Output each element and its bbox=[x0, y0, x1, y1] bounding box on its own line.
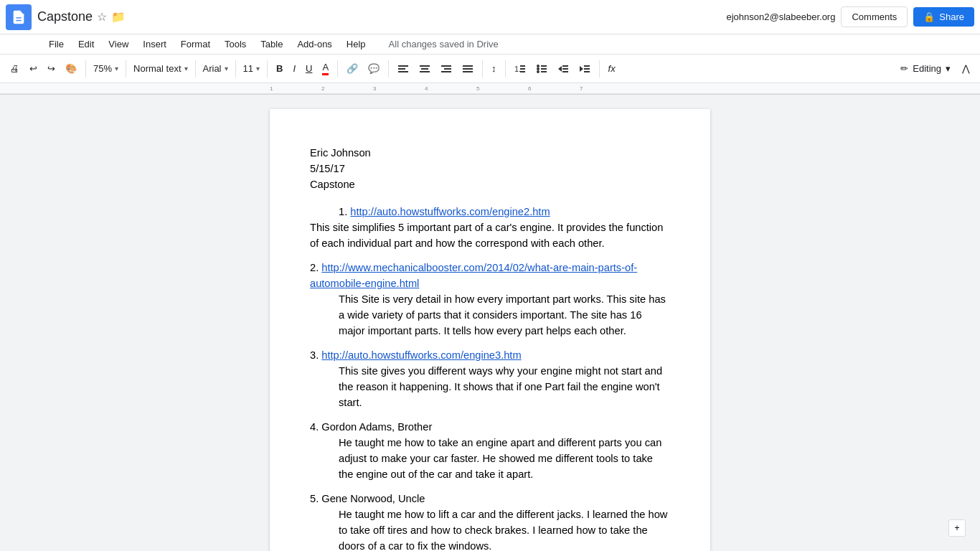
svg-rect-16 bbox=[520, 68, 525, 70]
insert-comment-button[interactable]: 💬 bbox=[364, 58, 384, 80]
source-2-desc: This Site is very detail in how every im… bbox=[310, 291, 670, 339]
source-5-desc: He taught me how to lift a car and the d… bbox=[310, 507, 670, 551]
menu-table[interactable]: Table bbox=[255, 37, 288, 51]
document-area: Eric Johnson 5/15/17 Capstone 1. http://… bbox=[0, 95, 980, 551]
style-chevron: ▾ bbox=[184, 65, 188, 72]
svg-point-19 bbox=[537, 67, 540, 70]
italic-button[interactable]: I bbox=[288, 58, 300, 80]
user-email: ejohnson2@slabeeber.org bbox=[726, 11, 835, 22]
redo-button[interactable]: ↪ bbox=[43, 58, 60, 80]
source-2-link[interactable]: http://www.mechanicalbooster.com/2014/02… bbox=[310, 262, 637, 289]
toolbar-divider-10 bbox=[599, 60, 600, 77]
zoom-select[interactable]: 75% ▾ bbox=[90, 58, 121, 80]
side-expand-button[interactable]: + bbox=[948, 519, 966, 537]
bold-button[interactable]: B bbox=[272, 58, 287, 80]
svg-rect-11 bbox=[463, 65, 473, 67]
svg-rect-5 bbox=[420, 65, 430, 67]
svg-rect-15 bbox=[520, 65, 525, 67]
align-center-button[interactable] bbox=[415, 58, 435, 80]
indent-more-button[interactable] bbox=[575, 58, 595, 80]
editing-mode-selector[interactable]: ✏ Editing ▾ bbox=[895, 60, 956, 77]
text-color-button[interactable]: A bbox=[318, 58, 333, 80]
underline-button[interactable]: U bbox=[301, 58, 316, 80]
menu-edit[interactable]: Edit bbox=[72, 37, 100, 51]
menu-tools[interactable]: Tools bbox=[219, 37, 252, 51]
source-3-header: 3. http://auto.howstuffworks.com/engine3… bbox=[310, 347, 670, 363]
comments-button[interactable]: Comments bbox=[841, 6, 908, 27]
style-select[interactable]: Normal text ▾ bbox=[131, 58, 190, 80]
zoom-value: 75% bbox=[93, 63, 112, 74]
svg-rect-8 bbox=[441, 65, 451, 67]
numbered-list-button[interactable]: 1. bbox=[510, 58, 530, 80]
menu-addons[interactable]: Add-ons bbox=[291, 37, 337, 51]
insert-link-button[interactable]: 🔗 bbox=[342, 58, 362, 80]
menu-file[interactable]: File bbox=[43, 37, 70, 51]
print-button[interactable]: 🖨 bbox=[6, 58, 24, 80]
svg-text:1: 1 bbox=[270, 85, 273, 92]
toolbar-divider-3 bbox=[195, 60, 196, 77]
clear-format-label: fx bbox=[608, 63, 616, 74]
doc-title[interactable]: Capstone bbox=[37, 9, 93, 24]
svg-text:7: 7 bbox=[580, 85, 583, 92]
svg-rect-17 bbox=[520, 71, 525, 72]
share-button[interactable]: 🔒 Share bbox=[913, 7, 974, 27]
menu-format[interactable]: Format bbox=[175, 37, 216, 51]
svg-rect-26 bbox=[562, 68, 568, 70]
folder-icon[interactable]: 📁 bbox=[111, 10, 126, 24]
svg-rect-3 bbox=[398, 68, 405, 70]
svg-rect-25 bbox=[562, 65, 568, 67]
source-4-desc: He taught me how to take an engine apart… bbox=[310, 435, 670, 482]
align-right-button[interactable] bbox=[436, 58, 456, 80]
document-date: 5/15/17 bbox=[310, 161, 670, 176]
align-left-button[interactable] bbox=[393, 58, 413, 80]
style-value: Normal text bbox=[133, 63, 181, 74]
source-5-header: 5. Gene Norwood, Uncle bbox=[310, 491, 670, 507]
menu-view[interactable]: View bbox=[103, 37, 134, 51]
source-item-2: 2. http://www.mechanicalbooster.com/2014… bbox=[310, 260, 670, 339]
svg-rect-4 bbox=[398, 71, 408, 72]
toolbar-divider-4 bbox=[235, 60, 236, 77]
font-value: Arial bbox=[203, 63, 222, 74]
source-1-link[interactable]: http://auto.howstuffworks.com/engine2.ht… bbox=[350, 206, 550, 217]
svg-text:3: 3 bbox=[373, 85, 377, 92]
svg-rect-13 bbox=[463, 71, 473, 72]
svg-text:5: 5 bbox=[476, 85, 480, 92]
svg-rect-27 bbox=[562, 71, 568, 72]
indent-less-button[interactable] bbox=[553, 58, 573, 80]
app-icon bbox=[6, 4, 32, 30]
svg-text:4: 4 bbox=[425, 85, 428, 92]
size-select[interactable]: 11 ▾ bbox=[240, 58, 263, 80]
line-spacing-button[interactable]: ↕ bbox=[487, 58, 501, 80]
font-select[interactable]: Arial ▾ bbox=[200, 58, 231, 80]
doc-title-area: Capstone ☆ 📁 bbox=[37, 9, 726, 24]
align-justify-button[interactable] bbox=[458, 58, 478, 80]
svg-text:1.: 1. bbox=[514, 65, 521, 73]
bullet-list-button[interactable] bbox=[532, 58, 552, 80]
topbar: Capstone ☆ 📁 ejohnson2@slabeeber.org Com… bbox=[0, 0, 980, 34]
source-2-header: 2. http://www.mechanicalbooster.com/2014… bbox=[310, 260, 670, 291]
clear-format-button[interactable]: fx bbox=[604, 58, 620, 80]
share-label: Share bbox=[939, 11, 964, 22]
source-3-link[interactable]: http://auto.howstuffworks.com/engine3.ht… bbox=[321, 349, 521, 361]
undo-button[interactable]: ↩ bbox=[25, 58, 42, 80]
menu-help[interactable]: Help bbox=[341, 37, 372, 51]
svg-point-20 bbox=[537, 70, 540, 73]
svg-marker-24 bbox=[558, 66, 562, 72]
paint-format-button[interactable]: 🎨 bbox=[61, 58, 81, 80]
document-page[interactable]: Eric Johnson 5/15/17 Capstone 1. http://… bbox=[270, 109, 710, 551]
collapse-toolbar-button[interactable]: ⋀ bbox=[958, 58, 974, 80]
svg-point-18 bbox=[537, 65, 540, 67]
svg-rect-22 bbox=[541, 68, 547, 70]
size-value: 11 bbox=[243, 63, 253, 74]
menu-insert[interactable]: Insert bbox=[137, 37, 172, 51]
sources-list: 1. http://auto.howstuffworks.com/engine2… bbox=[310, 204, 670, 551]
lock-icon: 🔒 bbox=[923, 11, 935, 22]
svg-rect-29 bbox=[584, 65, 590, 67]
star-icon[interactable]: ☆ bbox=[97, 10, 107, 24]
ruler: 1 2 3 4 5 6 7 bbox=[0, 83, 980, 95]
toolbar-divider-6 bbox=[337, 60, 338, 77]
author-name: Eric Johnson bbox=[310, 145, 670, 161]
source-item-1: 1. http://auto.howstuffworks.com/engine2… bbox=[310, 204, 670, 251]
svg-rect-21 bbox=[541, 65, 547, 67]
toolbar-divider-1 bbox=[85, 60, 86, 77]
